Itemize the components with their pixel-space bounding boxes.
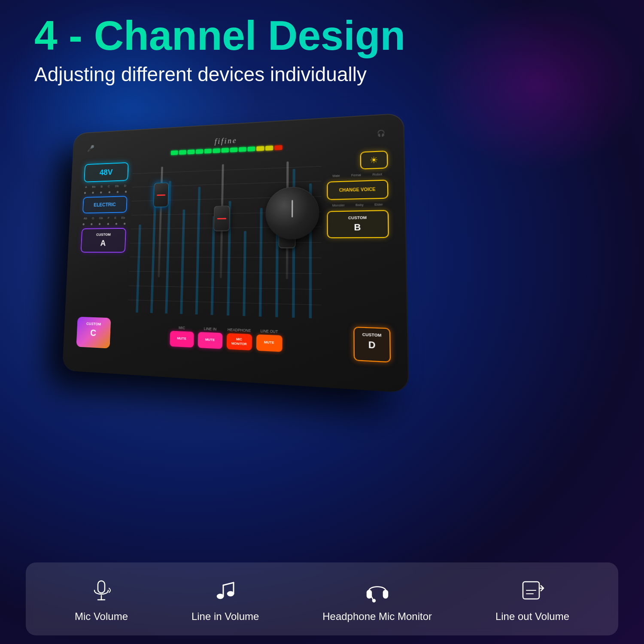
svg-rect-9 [383,590,388,598]
vu-seg-3 [187,149,194,154]
dot-6 [125,191,127,193]
custom-d-label: CUSTOM [362,332,382,338]
main-controls: 48V A Bb B C Db D [72,148,398,324]
line-in-mute-button[interactable]: MUTE [197,332,222,349]
dot-1 [84,192,86,194]
note-A: A [85,185,87,189]
feature-headphone-mic-monitor: Headphone Mic Monitor [322,575,432,623]
volume-knob[interactable] [265,186,319,240]
feature-line-in-volume: Line in Volume [191,575,259,623]
line-out-mute-button[interactable]: MUTE [256,334,282,352]
note-D: D [124,184,126,188]
volume-knob-area [265,186,319,240]
voice-mode-top-row: Male Femal Robot [327,172,388,178]
fader-handle-mic[interactable] [153,182,169,207]
headphone-svg [365,577,390,603]
feature-bar: Mic Volume Line in Volume [26,562,618,635]
headphone-mic-monitor-label: Headphone Mic Monitor [322,611,432,623]
notes-top-row: A Bb B C Db D [84,184,128,189]
dot-11 [115,223,117,225]
fader-indicator-mic [157,194,165,195]
channel-headphone: HEADPHONE MICMONITOR [226,327,252,350]
vu-seg-6 [213,148,220,153]
vu-seg-1 [171,150,178,155]
fader-handle-linein[interactable] [213,206,230,231]
change-voice-line2: VOICE [361,187,376,192]
music-note-svg [213,577,238,603]
svg-point-3 [217,594,223,598]
vu-seg-10 [248,146,255,152]
dot-7 [82,223,84,225]
custom-c-letter: C [80,326,106,340]
custom-a-label: CUSTOM [96,233,111,237]
brightness-button[interactable]: ☀ [360,151,388,170]
headphone-channel-label: HEADPHONE [228,327,251,333]
fader-unit-linein[interactable] [219,164,224,278]
custom-d-button[interactable]: CUSTOM D [353,327,391,363]
custom-c-button[interactable]: CUSTOM C [76,317,111,348]
voice-mode-elder: Elder [374,202,383,207]
vu-seg-4 [196,149,203,154]
vu-seg-9 [239,147,246,152]
note-E: E [114,216,116,219]
center-fader-column [128,152,322,321]
headphone-icon-small: 🎧 [377,129,385,137]
mic-mute-button[interactable]: MUTE [170,331,194,347]
note-Db: Db [115,184,119,188]
electric-button[interactable]: ELECTRIC [82,196,128,213]
change-voice-line1: CHANGE [339,187,359,193]
mic-icon-small: 🎤 [87,145,94,152]
line-out-icon [517,575,547,605]
note-Bb: Bb [92,185,96,188]
line-out-volume-label: Line out Volume [495,611,569,623]
svg-point-4 [228,592,234,596]
custom-a-letter: A [85,237,122,248]
voice-mode-baby: Baby [355,203,364,207]
vu-seg-7 [221,148,228,152]
line-in-icon [210,575,240,605]
headphone-mic-monitor-button[interactable]: MICMONITOR [226,333,252,350]
custom-a-button[interactable]: CUSTOM A [81,228,126,252]
left-column: 48V A Bb B C Db D [78,160,129,314]
channels-row: MIC MUTE LINE IN MUTE HEADPHONE MICMONIT… [112,323,350,355]
note-C: C [108,185,110,188]
channel-mic: MIC MUTE [170,325,194,347]
custom-c-label: CUSTOM [86,322,101,326]
dot-8 [91,223,92,225]
voice-mode-female: Femal [351,173,361,177]
channel-line-out: LINE OUT MUTE [256,328,282,352]
svg-line-7 [223,583,234,585]
vu-seg-13 [274,145,282,150]
custom-b-label: CUSTOM [348,216,367,220]
custom-b-button[interactable]: CUSTOM B [327,210,389,238]
feature-mic-volume: Mic Volume [75,575,128,623]
dot-5 [116,191,118,193]
dot-2 [92,192,94,194]
svg-rect-8 [367,590,371,598]
svg-rect-0 [98,581,105,593]
subtitle: Adjusting different devices individually [34,63,610,86]
phantom-power-button[interactable]: 48V [84,162,128,182]
note-Gb: Gb [99,216,103,220]
knob-indicator [292,200,293,218]
mic-volume-icon [86,575,116,605]
main-title: 4 - Channel Design [34,13,610,58]
fader-unit-mic[interactable] [158,167,163,277]
voice-mode-male: Male [332,174,340,178]
fader-track-mic [158,167,163,277]
fader-track-linein [219,164,224,278]
line-in-channel-label: LINE IN [204,326,216,331]
line-in-volume-label: Line in Volume [191,611,259,623]
headphone-monitor-icon [362,575,392,605]
custom-b-letter: B [354,222,361,232]
custom-d-letter: D [358,337,386,352]
svg-point-11 [373,599,375,602]
vu-seg-5 [204,149,212,153]
change-voice-button[interactable]: CHANGE VOICE [327,179,388,200]
vu-seg-2 [179,150,186,155]
line-out-channel-label: LINE OUT [261,328,278,334]
device-main: 🎤 fifine 🎧 [17,94,404,412]
notes-bottom-row: Ab G Gb F E Eb [82,216,127,220]
dot-4 [108,191,110,193]
right-column: ☀ Male Femal Robot CHANGE VOICE Mon [327,148,390,323]
